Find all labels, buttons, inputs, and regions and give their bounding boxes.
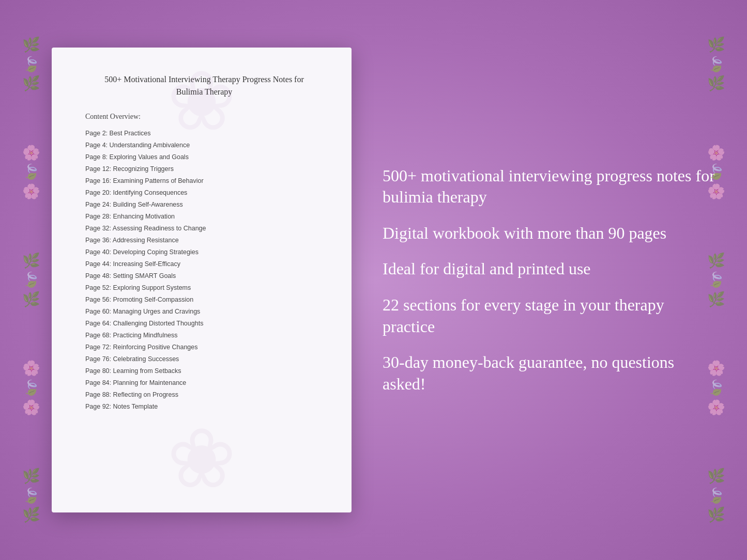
toc-item: Page 16: Examining Patterns of Behavior <box>85 176 323 186</box>
toc-item: Page 72: Reinforcing Positive Changes <box>85 342 323 352</box>
toc-item: Page 20: Identifying Consequences <box>85 188 323 198</box>
watermark-bottom: ❀ <box>52 410 352 512</box>
table-of-contents: Page 2: Best PracticesPage 4: Understand… <box>85 128 323 412</box>
toc-item: Page 84: Planning for Maintenance <box>85 378 323 388</box>
toc-item: Page 4: Understanding Ambivalence <box>85 140 323 150</box>
toc-item: Page 76: Celebrating Successes <box>85 354 323 364</box>
document-card: ❀ ❀ 500+ Motivational Interviewing Thera… <box>52 48 352 512</box>
feature-text-1: 500+ motivational interviewing progress … <box>383 165 716 208</box>
toc-item: Page 92: Notes Template <box>85 401 323 412</box>
floral-border-right: 🌿 🍃 🌿 🌸 🍃 🌸 🌿 🍃 🌿 🌸 🍃 🌸 🌿 🍃 🌿 <box>685 0 747 560</box>
toc-item: Page 52: Exploring Support Systems <box>85 283 323 293</box>
feature-text-3: Ideal for digital and printed use <box>383 258 716 280</box>
toc-item: Page 2: Best Practices <box>85 128 323 138</box>
toc-item: Page 32: Assessing Readiness to Change <box>85 223 323 234</box>
toc-item: Page 64: Challenging Distorted Thoughts <box>85 318 323 329</box>
toc-item: Page 12: Recognizing Triggers <box>85 164 323 174</box>
toc-item: Page 40: Developing Coping Strategies <box>85 247 323 257</box>
feature-text-5: 30-day money-back guarantee, no question… <box>383 352 716 395</box>
feature-text-2: Digital workbook with more than 90 pages <box>383 223 716 244</box>
toc-item: Page 28: Enhancing Motivation <box>85 211 323 222</box>
toc-item: Page 8: Exploring Values and Goals <box>85 152 323 162</box>
toc-item: Page 68: Practicing Mindfulness <box>85 330 323 340</box>
toc-item: Page 36: Addressing Resistance <box>85 235 323 245</box>
toc-item: Page 88: Reflecting on Progress <box>85 390 323 400</box>
toc-item: Page 56: Promoting Self-Compassion <box>85 294 323 305</box>
feature-text-4: 22 sections for every stage in your ther… <box>383 294 716 337</box>
toc-item: Page 44: Increasing Self-Efficacy <box>85 259 323 269</box>
toc-item: Page 80: Learning from Setbacks <box>85 366 323 376</box>
content-overview-label: Content Overview: <box>85 113 323 121</box>
toc-item: Page 60: Managing Urges and Cravings <box>85 306 323 317</box>
toc-item: Page 48: Setting SMART Goals <box>85 271 323 281</box>
document-title: 500+ Motivational Interviewing Therapy P… <box>85 73 323 98</box>
toc-item: Page 24: Building Self-Awareness <box>85 199 323 210</box>
